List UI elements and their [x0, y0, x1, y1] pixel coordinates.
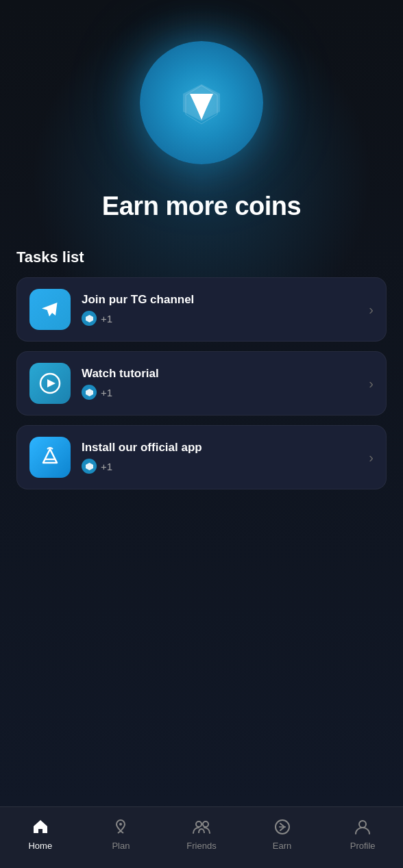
task-arrow-telegram: ›: [369, 302, 374, 318]
svg-point-6: [119, 823, 122, 826]
tasks-section: Tasks list Join pur TG channel +1: [16, 248, 387, 499]
task-text-video: Watch tutorial +1: [82, 367, 362, 400]
task-icon-telegram: [29, 289, 71, 330]
app-store-icon: [38, 445, 62, 470]
task-name-app: Install our official app: [82, 441, 362, 455]
video-icon: [38, 372, 62, 395]
earn-icon: [273, 817, 292, 837]
task-item-app[interactable]: Install our official app +1 ›: [16, 425, 387, 489]
svg-point-7: [196, 821, 202, 827]
svg-marker-5: [86, 463, 93, 470]
logo-container: [140, 41, 263, 164]
home-icon: [31, 817, 50, 837]
task-reward-video: +1: [82, 385, 362, 400]
task-name-video: Watch tutorial: [82, 367, 362, 381]
bottom-nav: Home Plan Friends: [0, 806, 403, 868]
task-icon-app: [29, 437, 71, 478]
task-name-telegram: Join pur TG channel: [82, 293, 362, 307]
nav-item-home[interactable]: Home: [0, 817, 81, 858]
ton-reward-icon-2: [85, 388, 94, 397]
reward-amount-telegram: +1: [101, 313, 112, 324]
reward-icon-telegram: [82, 311, 97, 326]
friends-icon: [192, 817, 211, 837]
task-text-app: Install our official app +1: [82, 441, 362, 474]
nav-label-profile: Profile: [350, 841, 376, 851]
ton-logo-icon: [171, 72, 232, 133]
svg-marker-1: [86, 315, 93, 322]
svg-point-10: [359, 821, 366, 828]
nav-label-friends: Friends: [186, 841, 216, 851]
nav-label-earn: Earn: [273, 841, 291, 851]
nav-item-earn[interactable]: Earn: [242, 817, 323, 858]
plan-icon: [111, 817, 130, 837]
nav-label-home: Home: [28, 841, 52, 851]
reward-icon-video: [82, 385, 97, 400]
telegram-icon: [38, 298, 62, 321]
main-content: Earn more coins Tasks list Join pur TG c…: [0, 0, 403, 806]
nav-item-profile[interactable]: Profile: [322, 817, 403, 858]
task-item-video[interactable]: Watch tutorial +1 ›: [16, 351, 387, 416]
ton-reward-icon-3: [85, 462, 94, 471]
nav-item-plan[interactable]: Plan: [81, 817, 162, 858]
task-icon-video: [29, 363, 71, 404]
svg-point-8: [203, 821, 208, 827]
task-reward-telegram: +1: [82, 311, 362, 326]
task-arrow-video: ›: [369, 376, 374, 392]
tasks-label: Tasks list: [16, 248, 387, 266]
profile-icon: [353, 817, 372, 837]
reward-amount-video: +1: [101, 387, 112, 398]
task-arrow-app: ›: [369, 450, 374, 465]
reward-amount-app: +1: [101, 461, 112, 472]
reward-icon-app: [82, 459, 97, 474]
svg-marker-3: [47, 379, 56, 387]
ton-reward-icon: [85, 314, 94, 323]
task-reward-app: +1: [82, 459, 362, 474]
svg-marker-4: [86, 389, 93, 396]
task-item-telegram[interactable]: Join pur TG channel +1 ›: [16, 277, 387, 342]
task-text-telegram: Join pur TG channel +1: [82, 293, 362, 326]
nav-label-plan: Plan: [112, 841, 130, 851]
page-title: Earn more coins: [102, 192, 301, 221]
nav-item-friends[interactable]: Friends: [161, 817, 242, 858]
